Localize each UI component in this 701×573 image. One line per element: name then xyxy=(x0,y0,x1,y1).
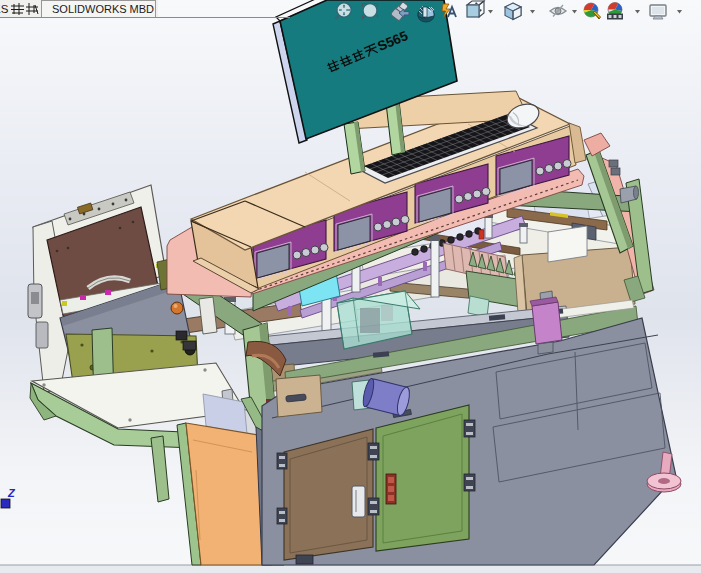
svg-text:SOLIDWORKS MBD: SOLIDWORKS MBD xyxy=(52,3,154,15)
svg-text:KS: KS xyxy=(0,3,9,15)
svg-text:Z: Z xyxy=(7,487,16,499)
